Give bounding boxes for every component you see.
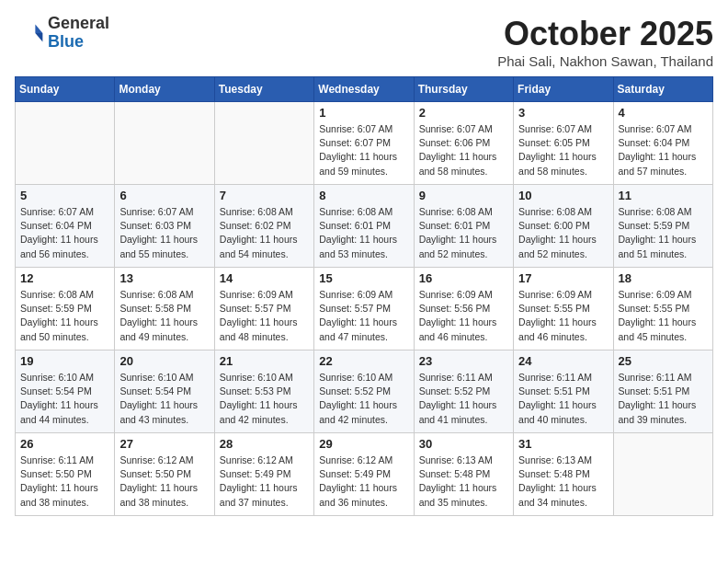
day-info: Sunrise: 6:07 AMSunset: 6:04 PMDaylight:…: [20, 205, 109, 261]
day-number: 20: [119, 354, 209, 368]
calendar-cell: 5Sunrise: 6:07 AMSunset: 6:04 PMDaylight…: [16, 185, 115, 268]
calendar-cell: 23Sunrise: 6:11 AMSunset: 5:52 PMDayligh…: [414, 350, 513, 433]
day-number: 6: [119, 189, 209, 202]
day-number: 27: [119, 437, 209, 451]
weekday-header: Monday: [115, 77, 214, 102]
title-block: October 2025 Phai Sali, Nakhon Sawan, Th…: [497, 15, 713, 69]
day-number: 23: [419, 354, 508, 368]
day-info: Sunrise: 6:10 AMSunset: 5:53 PMDaylight:…: [220, 371, 309, 427]
day-number: 30: [419, 437, 508, 451]
calendar-cell: 19Sunrise: 6:10 AMSunset: 5:54 PMDayligh…: [16, 350, 115, 433]
day-number: 18: [619, 271, 708, 285]
weekday-header: Saturday: [613, 77, 712, 102]
calendar-cell: 7Sunrise: 6:08 AMSunset: 6:02 PMDaylight…: [214, 185, 313, 268]
calendar-cell: 26Sunrise: 6:11 AMSunset: 5:50 PMDayligh…: [16, 433, 115, 516]
calendar-cell: 20Sunrise: 6:10 AMSunset: 5:54 PMDayligh…: [115, 350, 214, 433]
calendar-week-row: 26Sunrise: 6:11 AMSunset: 5:50 PMDayligh…: [16, 433, 713, 516]
day-info: Sunrise: 6:08 AMSunset: 5:58 PMDaylight:…: [119, 288, 209, 344]
calendar-cell: 9Sunrise: 6:08 AMSunset: 6:01 PMDaylight…: [414, 185, 513, 268]
calendar-cell: 6Sunrise: 6:07 AMSunset: 6:03 PMDaylight…: [115, 185, 214, 268]
day-number: 31: [518, 437, 608, 451]
calendar-cell: 25Sunrise: 6:11 AMSunset: 5:51 PMDayligh…: [613, 350, 712, 433]
calendar-cell: 11Sunrise: 6:08 AMSunset: 5:59 PMDayligh…: [613, 185, 712, 268]
day-number: 5: [20, 189, 109, 202]
day-info: Sunrise: 6:09 AMSunset: 5:55 PMDaylight:…: [619, 288, 708, 344]
day-info: Sunrise: 6:10 AMSunset: 5:54 PMDaylight:…: [20, 371, 109, 427]
day-number: 15: [319, 271, 408, 285]
day-number: 10: [518, 189, 608, 202]
calendar-cell: 8Sunrise: 6:08 AMSunset: 6:01 PMDaylight…: [314, 185, 414, 268]
day-number: 17: [518, 271, 608, 285]
logo-general-text: General: [48, 15, 109, 33]
calendar-body: 1Sunrise: 6:07 AMSunset: 6:07 PMDaylight…: [16, 102, 713, 516]
day-number: 21: [220, 354, 309, 368]
day-info: Sunrise: 6:07 AMSunset: 6:03 PMDaylight:…: [119, 205, 209, 261]
calendar-cell: 28Sunrise: 6:12 AMSunset: 5:49 PMDayligh…: [214, 433, 313, 516]
calendar-cell: [16, 102, 115, 185]
weekday-header: Tuesday: [214, 77, 313, 102]
calendar-cell: 21Sunrise: 6:10 AMSunset: 5:53 PMDayligh…: [214, 350, 313, 433]
calendar-cell: [613, 433, 712, 516]
calendar-cell: 22Sunrise: 6:10 AMSunset: 5:52 PMDayligh…: [314, 350, 414, 433]
calendar-week-row: 12Sunrise: 6:08 AMSunset: 5:59 PMDayligh…: [16, 268, 713, 350]
calendar-cell: 2Sunrise: 6:07 AMSunset: 6:06 PMDaylight…: [414, 102, 513, 185]
day-number: 28: [220, 437, 309, 451]
calendar-table: SundayMondayTuesdayWednesdayThursdayFrid…: [15, 76, 713, 516]
calendar-cell: 14Sunrise: 6:09 AMSunset: 5:57 PMDayligh…: [214, 268, 313, 350]
calendar-header: SundayMondayTuesdayWednesdayThursdayFrid…: [16, 77, 713, 102]
calendar-cell: 4Sunrise: 6:07 AMSunset: 6:04 PMDaylight…: [613, 102, 712, 185]
calendar-cell: [115, 102, 214, 185]
calendar-cell: 17Sunrise: 6:09 AMSunset: 5:55 PMDayligh…: [514, 268, 613, 350]
day-info: Sunrise: 6:11 AMSunset: 5:51 PMDaylight:…: [619, 371, 708, 427]
day-number: 29: [319, 437, 408, 451]
logo-blue-text: Blue: [48, 33, 109, 52]
weekday-header: Sunday: [16, 77, 115, 102]
day-number: 24: [518, 354, 608, 368]
day-info: Sunrise: 6:08 AMSunset: 6:01 PMDaylight:…: [419, 205, 508, 261]
day-info: Sunrise: 6:09 AMSunset: 5:55 PMDaylight:…: [518, 288, 608, 344]
svg-marker-0: [35, 24, 42, 33]
calendar-cell: 10Sunrise: 6:08 AMSunset: 6:00 PMDayligh…: [514, 185, 613, 268]
day-info: Sunrise: 6:12 AMSunset: 5:50 PMDaylight:…: [119, 454, 209, 510]
day-info: Sunrise: 6:07 AMSunset: 6:04 PMDaylight:…: [619, 122, 708, 178]
day-info: Sunrise: 6:09 AMSunset: 5:56 PMDaylight:…: [419, 288, 508, 344]
day-info: Sunrise: 6:07 AMSunset: 6:06 PMDaylight:…: [419, 122, 508, 178]
calendar-cell: 29Sunrise: 6:12 AMSunset: 5:49 PMDayligh…: [314, 433, 414, 516]
calendar-cell: 15Sunrise: 6:09 AMSunset: 5:57 PMDayligh…: [314, 268, 414, 350]
calendar-week-row: 19Sunrise: 6:10 AMSunset: 5:54 PMDayligh…: [16, 350, 713, 433]
day-number: 9: [419, 189, 508, 202]
day-info: Sunrise: 6:08 AMSunset: 6:00 PMDaylight:…: [518, 205, 608, 261]
day-info: Sunrise: 6:11 AMSunset: 5:50 PMDaylight:…: [20, 454, 109, 510]
calendar-cell: 16Sunrise: 6:09 AMSunset: 5:56 PMDayligh…: [414, 268, 513, 350]
logo-text: General Blue: [48, 15, 109, 52]
svg-marker-1: [35, 33, 42, 42]
day-info: Sunrise: 6:07 AMSunset: 6:05 PMDaylight:…: [518, 122, 608, 178]
weekday-header: Friday: [514, 77, 613, 102]
calendar-cell: 30Sunrise: 6:13 AMSunset: 5:48 PMDayligh…: [414, 433, 513, 516]
logo: General Blue: [15, 15, 109, 52]
day-info: Sunrise: 6:12 AMSunset: 5:49 PMDaylight:…: [319, 454, 408, 510]
day-number: 12: [20, 271, 109, 285]
day-number: 7: [220, 189, 309, 202]
day-info: Sunrise: 6:08 AMSunset: 5:59 PMDaylight:…: [619, 205, 708, 261]
weekday-header: Thursday: [414, 77, 513, 102]
day-number: 16: [419, 271, 508, 285]
day-info: Sunrise: 6:08 AMSunset: 6:01 PMDaylight:…: [319, 205, 408, 261]
calendar-cell: 1Sunrise: 6:07 AMSunset: 6:07 PMDaylight…: [314, 102, 414, 185]
day-number: 11: [619, 189, 708, 202]
day-info: Sunrise: 6:09 AMSunset: 5:57 PMDaylight:…: [220, 288, 309, 344]
month-title: October 2025: [497, 15, 713, 53]
day-number: 19: [20, 354, 109, 368]
page-header: General Blue October 2025 Phai Sali, Nak…: [15, 15, 713, 69]
day-number: 8: [319, 189, 408, 202]
day-number: 3: [518, 106, 608, 120]
calendar-cell: 24Sunrise: 6:11 AMSunset: 5:51 PMDayligh…: [514, 350, 613, 433]
day-number: 22: [319, 354, 408, 368]
calendar-week-row: 5Sunrise: 6:07 AMSunset: 6:04 PMDaylight…: [16, 185, 713, 268]
calendar-cell: 18Sunrise: 6:09 AMSunset: 5:55 PMDayligh…: [613, 268, 712, 350]
day-number: 14: [220, 271, 309, 285]
day-number: 1: [319, 106, 408, 120]
logo-icon: [15, 18, 44, 48]
day-info: Sunrise: 6:09 AMSunset: 5:57 PMDaylight:…: [319, 288, 408, 344]
calendar-cell: 31Sunrise: 6:13 AMSunset: 5:48 PMDayligh…: [514, 433, 613, 516]
